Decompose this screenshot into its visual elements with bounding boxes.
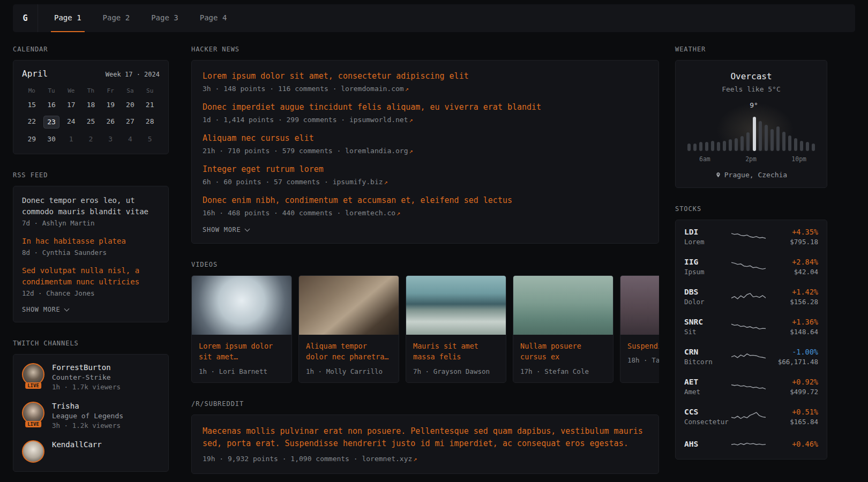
stock-symbol: LDI [684, 228, 730, 236]
weather-bar [753, 117, 756, 151]
hn-story-link[interactable]: Aliquam nec cursus elit [203, 133, 648, 144]
videos-widget: VIDEOS Lorem ipsum dolor sit amet consec… [191, 261, 659, 383]
calendar-weekday: Mo [22, 87, 42, 94]
external-link-icon: ↗ [396, 209, 400, 217]
twitch-section-label: TWITCH CHANNELS [13, 340, 169, 347]
twitch-channel-meta: 1h · 1.7k viewers [52, 383, 121, 391]
hn-story: Donec enim nibh, condimentum et accumsan… [203, 195, 648, 217]
hn-show-more-label: SHOW MORE [203, 226, 241, 234]
hn-domain-link[interactable]: loremtech.co↗ [345, 209, 400, 217]
weather-time-label: 2pm [745, 155, 757, 163]
hn-story-link[interactable]: Lorem ipsum dolor sit amet, consectetur … [203, 71, 648, 82]
hn-story: Donec imperdiet augue tincidunt felis al… [203, 102, 648, 124]
stocks-section-label: STOCKS [675, 205, 827, 213]
hn-story-meta: 1d · 1,414 points · 299 comments · ipsum… [203, 116, 648, 124]
calendar-weekday: Th [81, 87, 101, 94]
calendar-day-next-month: 5 [140, 133, 160, 145]
hn-story-link[interactable]: Integer eget rutrum lorem [203, 164, 648, 175]
hn-domain: ipsumify.biz [333, 178, 383, 186]
weather-bar [788, 135, 791, 151]
weather-bar [723, 141, 726, 151]
stock-sparkline [730, 350, 767, 364]
video-card[interactable]: Nullam posuere cursus ex 17h · Stefan Co… [513, 275, 613, 383]
subreddit-post-link[interactable]: Maecenas mollis pulvinar erat non posuer… [203, 425, 648, 450]
hn-domain: ipsumworld.net [349, 116, 408, 124]
stock-price: $156.28 [767, 298, 818, 306]
weather-bar [746, 132, 750, 151]
stock-symbol: AHS [684, 440, 730, 448]
stock-row: CCS Consectetur +0.51% $165.84 [676, 402, 827, 432]
video-card[interactable]: Lorem ipsum dolor sit amet consectetu… 1… [191, 275, 292, 383]
stock-name: Dolor [684, 298, 730, 306]
stock-values: -1.00% $66,171.48 [767, 348, 818, 366]
twitch-avatar-wrap [22, 440, 44, 463]
external-link-icon: ↗ [405, 85, 409, 93]
stock-row: DBS Dolor +1.42% $156.28 [676, 282, 827, 312]
hn-story-link[interactable]: Donec enim nibh, condimentum et accumsan… [203, 195, 648, 206]
tab-page-3[interactable]: Page 3 [148, 4, 182, 32]
hn-domain-link[interactable]: ipsumworld.net↗ [349, 116, 413, 124]
stock-id: IIG Ipsum [684, 258, 730, 276]
rss-item-link[interactable]: Donec tempor eros leo, ut commodo mauris… [22, 195, 160, 217]
stock-sparkline [730, 290, 767, 304]
weather-peak-temperature: 9° [750, 101, 758, 109]
video-meta: 18h · Tara [627, 356, 659, 364]
hn-domain-link[interactable]: loremlandia.org↗ [345, 147, 413, 155]
video-title-link[interactable]: Mauris sit amet massa felis [413, 341, 499, 363]
tab-page-2[interactable]: Page 2 [100, 4, 133, 32]
twitch-channel-row[interactable]: KendallCarr [22, 440, 160, 463]
twitch-channel-info: Trisha League of Legends 3h · 1.2k viewe… [52, 402, 123, 430]
hn-domain-link[interactable]: loremdomain.com↗ [341, 85, 409, 93]
twitch-channel-row[interactable]: LIVE ForrestBurton Counter-Strike 1h · 1… [22, 363, 160, 391]
hn-show-more-button[interactable]: SHOW MORE [203, 226, 648, 234]
rss-widget: RSS FEED Donec tempor eros leo, ut commo… [13, 171, 169, 322]
tab-page-4[interactable]: Page 4 [197, 4, 230, 32]
live-badge: LIVE [25, 382, 41, 389]
rss-item-link[interactable]: In hac habitasse platea [22, 236, 160, 247]
twitch-channel-row[interactable]: LIVE Trisha League of Legends 3h · 1.2k … [22, 402, 160, 430]
video-title-link[interactable]: Nullam posuere cursus ex [520, 341, 606, 363]
calendar-weekday: Tu [42, 87, 62, 94]
stock-row: AET Amet +0.92% $499.72 [676, 372, 827, 402]
tab-page-1[interactable]: Page 1 [51, 4, 85, 32]
calendar-day: 21 [140, 99, 160, 111]
stock-row: AHS +0.46% [676, 432, 827, 457]
rss-item-link[interactable]: Sed volutpat nulla nisl, a condimentum n… [22, 265, 160, 288]
right-column: WEATHER Overcast Feels like 5°C 9° 6am 2… [675, 46, 827, 482]
stock-values: +4.35% $795.18 [767, 228, 818, 246]
video-card[interactable]: Suspendisse diam 18h · Tara [620, 275, 659, 383]
stock-symbol: AET [684, 378, 730, 386]
stock-change: +1.42% [767, 288, 818, 296]
twitch-avatar-wrap: LIVE [22, 402, 44, 424]
rss-show-more-button[interactable]: SHOW MORE [22, 306, 160, 313]
video-thumbnail [299, 276, 399, 335]
twitch-channel-meta: 3h · 1.2k viewers [52, 421, 123, 430]
calendar-month: April [22, 69, 48, 79]
video-card[interactable]: Mauris sit amet massa felis 7h · Grayson… [406, 275, 506, 383]
stock-id: DBS Dolor [684, 288, 730, 306]
weather-bar [705, 142, 708, 151]
stock-name: Amet [684, 388, 730, 396]
weather-bar [806, 142, 809, 151]
calendar-day: 19 [101, 99, 121, 111]
twitch-channel-name: KendallCarr [52, 440, 102, 449]
video-title-link[interactable]: Aliquam tempor dolor nec pharetra… [306, 341, 392, 363]
hn-domain-link[interactable]: ipsumify.biz↗ [333, 178, 388, 186]
twitch-channel-game: League of Legends [52, 412, 123, 420]
hn-story-meta: 6h · 60 points · 57 comments · ipsumify.… [203, 178, 648, 186]
video-thumbnail [192, 276, 291, 335]
video-title-link[interactable]: Suspendisse diam [627, 341, 659, 351]
subreddit-domain-link[interactable]: loremnet.xyz↗ [362, 455, 417, 463]
video-thumbnail [406, 276, 506, 335]
video-meta: 1h · Lori Barnett [199, 367, 285, 375]
stock-id: SNRC Sit [684, 318, 730, 336]
hn-meta-text: 6h · 60 points · 57 comments · [203, 178, 333, 186]
stock-id: AHS [684, 440, 730, 450]
video-title-link[interactable]: Lorem ipsum dolor sit amet consectetu… [199, 341, 285, 363]
video-card[interactable]: Aliquam tempor dolor nec pharetra… 1h · … [298, 275, 399, 383]
calendar-day: 28 [140, 116, 160, 129]
stock-price: $42.04 [767, 268, 818, 276]
app-logo[interactable]: G [13, 4, 38, 32]
calendar-day-next-month: 3 [101, 133, 121, 145]
hn-story-link[interactable]: Donec imperdiet augue tincidunt felis al… [203, 102, 648, 113]
